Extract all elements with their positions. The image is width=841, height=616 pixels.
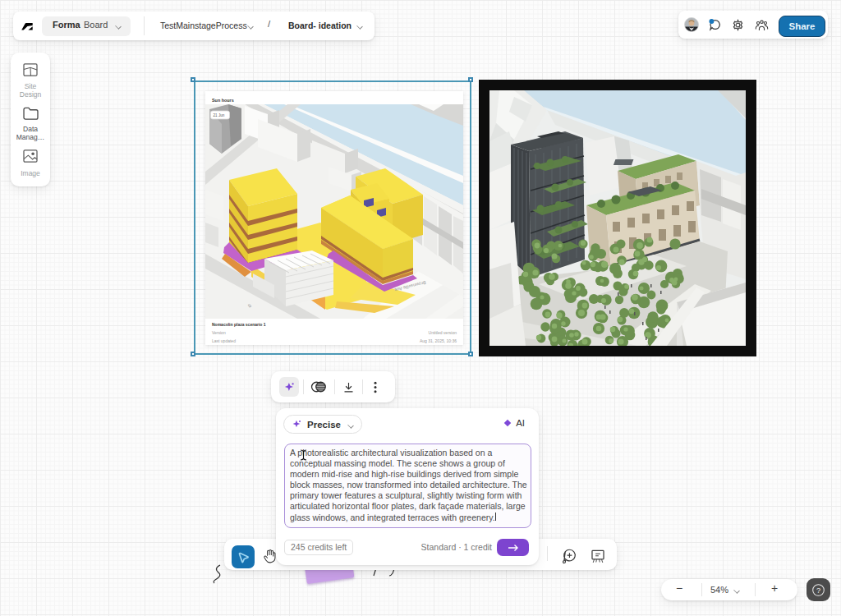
svg-text:Nomacolin plaza scenario 1: Nomacolin plaza scenario 1 [212,322,266,327]
svg-text:?: ? [816,586,820,594]
svg-text:Last updated: Last updated [212,338,236,343]
svg-text:Aug 31, 2025, 10:36: Aug 31, 2025, 10:36 [420,338,457,343]
svg-text:Untitled version: Untitled version [429,330,457,335]
svg-text:Sun hours: Sun hours [212,98,234,103]
svg-text:Version: Version [212,330,226,335]
svg-text:21 Jun: 21 Jun [214,113,225,117]
